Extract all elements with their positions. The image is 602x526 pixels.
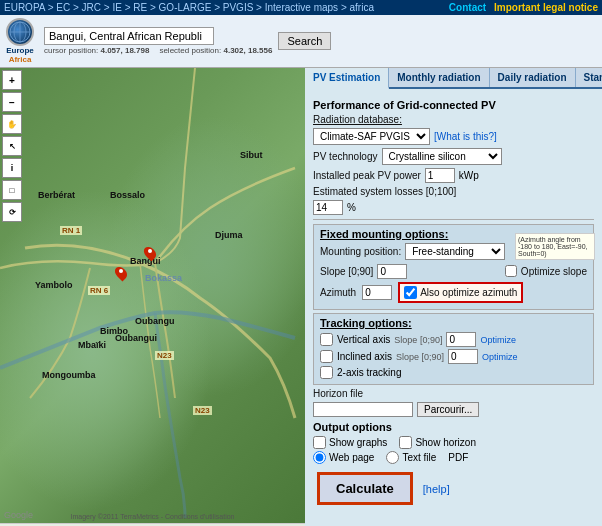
- right-panel: PV Estimation Monthly radiation Daily ra…: [305, 68, 602, 526]
- also-optimize-checkbox[interactable]: [404, 286, 417, 299]
- text-file-label: Text file: [402, 452, 436, 463]
- two-axis-checkbox[interactable]: [320, 366, 333, 379]
- tab-monthly-radiation[interactable]: Monthly radiation: [389, 68, 489, 87]
- city-label-mongoumba: Mongoumba: [42, 370, 96, 380]
- select-button[interactable]: ↖: [2, 136, 22, 156]
- two-axis-label: 2-axis tracking: [337, 367, 401, 378]
- output-options-group: Output options Show graphs Show horizon …: [313, 421, 594, 464]
- installed-peak-input[interactable]: [425, 168, 455, 183]
- header-bar: Europe Africa cursor position: 4.057, 18…: [0, 15, 602, 68]
- zoom-out-button[interactable]: −: [2, 92, 22, 112]
- show-horizon-label: Show horizon: [415, 437, 476, 448]
- page-title: Performance of Grid-connected PV: [313, 99, 594, 111]
- output-title: Output options: [313, 421, 594, 433]
- pv-tech-select[interactable]: Crystalline silicon: [382, 148, 502, 165]
- map-tools-panel: + − ✋ ↖ i □ ⟳: [0, 68, 24, 224]
- top-navigation: EUROPA > EC > JRC > IE > RE > GO-LARGE >…: [0, 0, 602, 15]
- vertical-slope-range: Slope [0;90]: [394, 335, 442, 345]
- cursor-pos-label: cursor position: 4.057, 18.798: [44, 46, 149, 55]
- system-losses-input-row: %: [313, 200, 594, 215]
- road-label-rn1: RN 1: [60, 226, 82, 235]
- show-graphs-label: Show graphs: [329, 437, 387, 448]
- city-label-oubangu2: Oubangu: [135, 316, 175, 326]
- map-panel[interactable]: + − ✋ ↖ i □ ⟳ Bangui Bimbo Yambolo Bossa…: [0, 68, 305, 526]
- show-horizon-item: Show horizon: [399, 436, 476, 449]
- map-marker-secondary: [115, 266, 127, 278]
- map-imagery-credit: Imagery ©2011 TerraMetrics - Conditions …: [71, 513, 235, 520]
- azimuth-input[interactable]: [362, 285, 392, 300]
- tab-daily-radiation[interactable]: Daily radiation: [490, 68, 576, 87]
- show-graphs-checkbox[interactable]: [313, 436, 326, 449]
- also-optimize-label: Also optimize azimuth: [420, 287, 517, 298]
- vertical-optimize-link[interactable]: Optimize: [480, 335, 516, 345]
- contact-link[interactable]: Contact: [449, 2, 486, 13]
- azimuth-label: Azimuth: [320, 287, 356, 298]
- installed-peak-row: Installed peak PV power kWp: [313, 168, 594, 183]
- info-button[interactable]: i: [2, 158, 22, 178]
- radiation-db-select[interactable]: Climate-SAF PVGIS: [313, 128, 430, 145]
- city-label-sibut: Sibut: [240, 150, 263, 160]
- pv-tech-label: PV technology: [313, 151, 378, 162]
- output-format-row: Web page Text file PDF: [313, 451, 594, 464]
- help-link[interactable]: [help]: [423, 483, 450, 495]
- text-file-item: Text file: [386, 451, 436, 464]
- system-losses-unit: %: [347, 202, 356, 213]
- breadcrumb: EUROPA > EC > JRC > IE > RE > GO-LARGE >…: [4, 2, 374, 13]
- optimize-slope-label: Optimize slope: [521, 266, 587, 277]
- zoom-in-button[interactable]: +: [2, 70, 22, 90]
- slope-input[interactable]: [377, 264, 407, 279]
- inclined-axis-label: Inclined axis: [337, 351, 392, 362]
- web-page-radio[interactable]: [313, 451, 326, 464]
- what-is-this-link[interactable]: [What is this?]: [434, 131, 497, 142]
- mounting-pos-select[interactable]: Free-standing: [405, 243, 505, 260]
- system-losses-label: Estimated system losses [0;100]: [313, 186, 456, 197]
- legal-link[interactable]: Important legal notice: [494, 2, 598, 13]
- logo-label-bottom: Africa: [9, 55, 32, 64]
- angle-note: (Azimuth angle from -180 to 180, East=-9…: [515, 233, 595, 260]
- tab-standalone-pv[interactable]: Stand-alone PV: [576, 68, 603, 87]
- pan-button[interactable]: ✋: [2, 114, 22, 134]
- text-file-radio[interactable]: [386, 451, 399, 464]
- inclined-slope-input[interactable]: [448, 349, 478, 364]
- map-roads-svg: [0, 68, 305, 526]
- show-graphs-item: Show graphs: [313, 436, 387, 449]
- horizon-file-label: Horizon file: [313, 388, 363, 399]
- web-page-label: Web page: [329, 452, 374, 463]
- tracking-title: Tracking options:: [320, 317, 587, 329]
- optimize-slope-checkbox[interactable]: [505, 265, 517, 277]
- search-button[interactable]: Search: [278, 32, 331, 50]
- horizon-input-row: Parcourir...: [313, 402, 594, 417]
- tracking-group: Tracking options: Vertical axis Slope [0…: [313, 313, 594, 385]
- calculate-button[interactable]: Calculate: [317, 472, 413, 505]
- location-input[interactable]: [44, 27, 214, 45]
- radiation-db-row: Radiation database:: [313, 114, 594, 125]
- zoom-box-button[interactable]: □: [2, 180, 22, 200]
- selected-pos-label: selected position: 4.302, 18.556: [159, 46, 272, 55]
- refresh-button[interactable]: ⟳: [2, 202, 22, 222]
- optimize-slope-row: Optimize slope: [505, 265, 587, 277]
- inclined-optimize-link[interactable]: Optimize: [482, 352, 518, 362]
- horizon-file-input[interactable]: [313, 402, 413, 417]
- pdf-label: PDF: [448, 452, 468, 463]
- vertical-slope-input[interactable]: [446, 332, 476, 347]
- vertical-axis-checkbox[interactable]: [320, 333, 333, 346]
- azimuth-optimize-box: Also optimize azimuth: [398, 282, 523, 303]
- logo-area: Europe Africa: [6, 18, 34, 64]
- inclined-axis-checkbox[interactable]: [320, 350, 333, 363]
- installed-peak-unit: kWp: [459, 170, 479, 181]
- tab-pv-estimation[interactable]: PV Estimation: [305, 68, 389, 89]
- parcourir-button[interactable]: Parcourir...: [417, 402, 479, 417]
- city-label-bokassa: Bokassa: [145, 273, 182, 283]
- radiation-db-select-row: Climate-SAF PVGIS [What is this?]: [313, 128, 594, 145]
- show-horizon-checkbox[interactable]: [399, 436, 412, 449]
- google-watermark: Google: [4, 510, 33, 520]
- web-page-item: Web page: [313, 451, 374, 464]
- system-losses-input[interactable]: [313, 200, 343, 215]
- logo-label-top: Europe: [6, 46, 34, 55]
- city-label-bossalo: Bossalo: [110, 190, 145, 200]
- inclined-slope-range: Slope [0;90]: [396, 352, 444, 362]
- horizon-file-row: Horizon file: [313, 388, 594, 399]
- pdf-item: PDF: [448, 452, 468, 463]
- pv-content-area: Performance of Grid-connected PV Radiati…: [305, 89, 602, 519]
- city-label-mbaiki: Mbaïki: [78, 340, 106, 350]
